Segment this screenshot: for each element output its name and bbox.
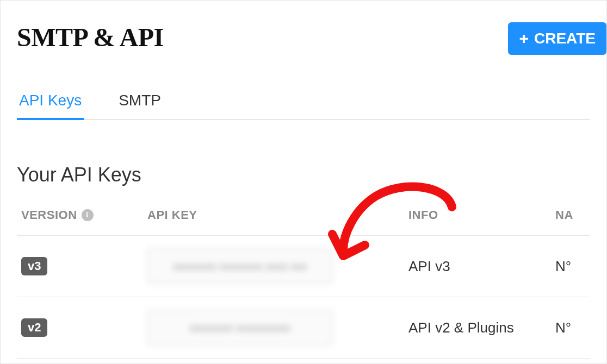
table-row: v3 xxxxxxxx xxxxxxxx xxxx xxx API v3 N° (17, 236, 590, 297)
apikey-field[interactable]: xxxxxxxx xxxxxxxx xxxx xxx (147, 249, 332, 284)
section-title: Your API Keys (17, 164, 590, 186)
name-text: N° (555, 258, 590, 275)
table-row: v2 xxxxxxxx xxxxxxxxxx API v2 & Plugins … (17, 297, 590, 359)
name-text: N° (555, 319, 590, 336)
info-text: API v3 (408, 258, 555, 275)
col-header-version-label: VERSION (21, 208, 77, 222)
table-header-row: VERSION i API KEY INFO NA (17, 208, 590, 236)
version-badge: v3 (21, 257, 47, 275)
col-header-apikey: API KEY (147, 208, 408, 222)
tabs: API Keys SMTP (17, 92, 590, 120)
info-text: API v2 & Plugins (408, 319, 555, 336)
page-title: SMTP & API (17, 22, 164, 52)
tab-smtp[interactable]: SMTP (116, 92, 163, 120)
plus-icon: + (519, 30, 529, 47)
create-button-label: CREATE (534, 30, 596, 47)
col-header-name: NA (555, 208, 590, 222)
version-badge: v2 (21, 318, 47, 337)
info-icon[interactable]: i (82, 209, 94, 221)
col-header-info: INFO (408, 208, 555, 222)
col-header-version: VERSION i (17, 208, 147, 222)
api-keys-table: VERSION i API KEY INFO NA v3 xxxxxxxx xx… (17, 208, 590, 359)
tab-api-keys[interactable]: API Keys (17, 92, 84, 120)
create-button[interactable]: + CREATE (508, 22, 606, 55)
apikey-field[interactable]: xxxxxxxx xxxxxxxxxx (147, 310, 332, 345)
